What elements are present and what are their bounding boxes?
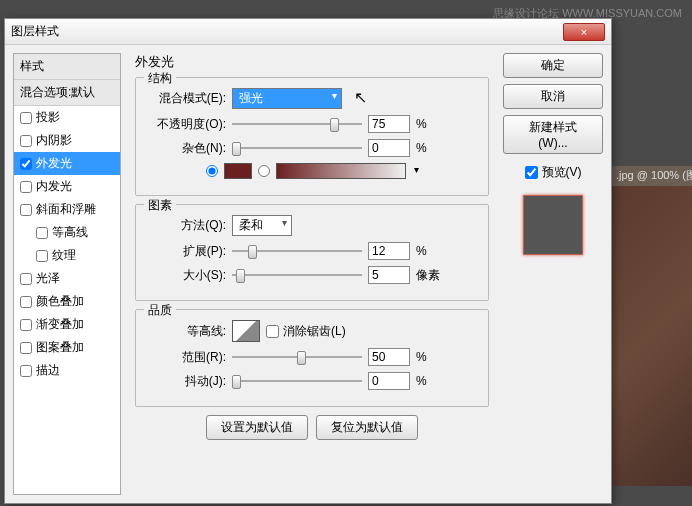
style-item-9[interactable]: 渐变叠加 — [14, 313, 120, 336]
antialias-label: 消除锯齿(L) — [283, 323, 346, 340]
spread-input[interactable] — [368, 242, 410, 260]
style-item-label: 内发光 — [36, 178, 72, 195]
style-item-checkbox[interactable] — [20, 296, 32, 308]
style-item-label: 颜色叠加 — [36, 293, 84, 310]
style-item-0[interactable]: 投影 — [14, 106, 120, 129]
preview-checkbox[interactable]: 预览(V) — [503, 164, 603, 181]
style-item-11[interactable]: 描边 — [14, 359, 120, 382]
style-item-label: 光泽 — [36, 270, 60, 287]
antialias-check-input[interactable] — [266, 325, 279, 338]
close-button[interactable]: × — [563, 23, 605, 41]
jitter-input[interactable] — [368, 372, 410, 390]
style-item-label: 斜面和浮雕 — [36, 201, 96, 218]
range-slider[interactable] — [232, 356, 362, 358]
style-item-checkbox[interactable] — [20, 158, 32, 170]
elements-group: 图素 方法(Q): 柔和 扩展(P): % 大小(S): 像素 — [135, 204, 489, 301]
style-item-8[interactable]: 颜色叠加 — [14, 290, 120, 313]
blend-mode-label: 混合模式(E): — [146, 90, 226, 107]
opacity-input[interactable] — [368, 115, 410, 133]
range-label: 范围(R): — [146, 349, 226, 366]
style-item-checkbox[interactable] — [20, 319, 32, 331]
style-item-checkbox[interactable] — [20, 135, 32, 147]
style-item-checkbox[interactable] — [20, 365, 32, 377]
style-item-checkbox[interactable] — [20, 112, 32, 124]
spread-unit: % — [416, 244, 442, 258]
blending-options-default[interactable]: 混合选项:默认 — [14, 80, 120, 106]
style-item-label: 外发光 — [36, 155, 72, 172]
preview-label: 预览(V) — [542, 164, 582, 181]
layer-style-dialog: 图层样式 × 样式 混合选项:默认 投影内阴影外发光内发光斜面和浮雕等高线纹理光… — [4, 18, 612, 504]
style-item-checkbox[interactable] — [20, 273, 32, 285]
style-item-checkbox[interactable] — [20, 181, 32, 193]
style-item-3[interactable]: 内发光 — [14, 175, 120, 198]
structure-group: 结构 混合模式(E): 强光 不透明度(O): % 杂色(N): % — [135, 77, 489, 196]
spread-slider[interactable] — [232, 250, 362, 252]
antialias-checkbox[interactable]: 消除锯齿(L) — [266, 323, 346, 340]
style-item-10[interactable]: 图案叠加 — [14, 336, 120, 359]
elements-group-title: 图素 — [144, 197, 176, 214]
blend-mode-dropdown[interactable]: 强光 — [232, 88, 342, 109]
noise-unit: % — [416, 141, 442, 155]
noise-input[interactable] — [368, 139, 410, 157]
jitter-label: 抖动(J): — [146, 373, 226, 390]
gradient-picker[interactable] — [276, 163, 406, 179]
style-item-label: 描边 — [36, 362, 60, 379]
solid-color-radio[interactable] — [206, 165, 218, 177]
ok-button[interactable]: 确定 — [503, 53, 603, 78]
style-item-label: 渐变叠加 — [36, 316, 84, 333]
opacity-unit: % — [416, 117, 442, 131]
noise-slider[interactable] — [232, 147, 362, 149]
contour-label: 等高线: — [146, 323, 226, 340]
dialog-title: 图层样式 — [11, 23, 563, 40]
center-panel: 外发光 结构 混合模式(E): 强光 不透明度(O): % 杂色(N): — [129, 53, 495, 495]
noise-label: 杂色(N): — [146, 140, 226, 157]
range-unit: % — [416, 350, 442, 364]
style-list: 样式 混合选项:默认 投影内阴影外发光内发光斜面和浮雕等高线纹理光泽颜色叠加渐变… — [13, 53, 121, 495]
style-item-label: 等高线 — [52, 224, 88, 241]
style-item-label: 纹理 — [52, 247, 76, 264]
contour-picker[interactable] — [232, 320, 260, 342]
structure-group-title: 结构 — [144, 70, 176, 87]
preview-check-input[interactable] — [525, 166, 538, 179]
style-item-checkbox[interactable] — [36, 227, 48, 239]
style-item-7[interactable]: 光泽 — [14, 267, 120, 290]
opacity-label: 不透明度(O): — [146, 116, 226, 133]
preview-swatch — [523, 195, 583, 255]
style-list-header[interactable]: 样式 — [14, 54, 120, 80]
jitter-unit: % — [416, 374, 442, 388]
size-input[interactable] — [368, 266, 410, 284]
style-item-label: 内阴影 — [36, 132, 72, 149]
style-item-1[interactable]: 内阴影 — [14, 129, 120, 152]
titlebar: 图层样式 × — [5, 19, 611, 45]
gradient-radio[interactable] — [258, 165, 270, 177]
style-item-checkbox[interactable] — [20, 204, 32, 216]
new-style-button[interactable]: 新建样式(W)... — [503, 115, 603, 154]
bg-document-tab: .jpg @ 100% (图层 1 — [612, 166, 692, 186]
spread-label: 扩展(P): — [146, 243, 226, 260]
jitter-slider[interactable] — [232, 380, 362, 382]
method-label: 方法(Q): — [146, 217, 226, 234]
quality-group: 品质 等高线: 消除锯齿(L) 范围(R): % 抖动(J): — [135, 309, 489, 407]
bg-texture-image — [612, 186, 692, 486]
style-item-5[interactable]: 等高线 — [14, 221, 120, 244]
method-dropdown[interactable]: 柔和 — [232, 215, 292, 236]
style-item-label: 图案叠加 — [36, 339, 84, 356]
style-item-checkbox[interactable] — [20, 342, 32, 354]
set-default-button[interactable]: 设置为默认值 — [206, 415, 308, 440]
size-slider[interactable] — [232, 274, 362, 276]
style-item-label: 投影 — [36, 109, 60, 126]
style-item-6[interactable]: 纹理 — [14, 244, 120, 267]
opacity-slider[interactable] — [232, 123, 362, 125]
quality-group-title: 品质 — [144, 302, 176, 319]
style-item-checkbox[interactable] — [36, 250, 48, 262]
panel-title: 外发光 — [135, 53, 489, 71]
right-panel: 确定 取消 新建样式(W)... 预览(V) — [503, 53, 603, 495]
style-item-2[interactable]: 外发光 — [14, 152, 120, 175]
size-unit: 像素 — [416, 267, 442, 284]
size-label: 大小(S): — [146, 267, 226, 284]
cancel-button[interactable]: 取消 — [503, 84, 603, 109]
range-input[interactable] — [368, 348, 410, 366]
style-item-4[interactable]: 斜面和浮雕 — [14, 198, 120, 221]
reset-default-button[interactable]: 复位为默认值 — [316, 415, 418, 440]
color-swatch[interactable] — [224, 163, 252, 179]
